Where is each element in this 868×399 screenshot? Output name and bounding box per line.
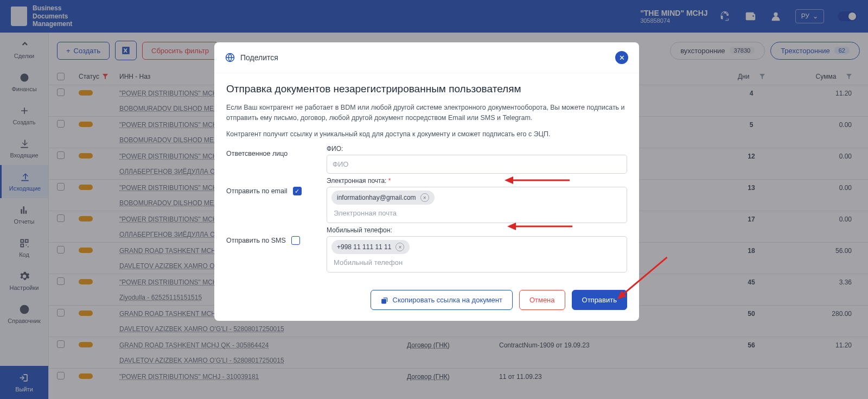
- cancel-button[interactable]: Отмена: [519, 290, 565, 310]
- phone-chip: +998 11 111 11 11×: [331, 240, 410, 254]
- phone-label: Мобильный телефон:: [327, 226, 627, 234]
- copy-icon: [381, 296, 388, 304]
- modal-desc-2: Контрагент получит ссылку и уникальный к…: [226, 129, 627, 140]
- modal-title: Поделится: [240, 53, 278, 62]
- fio-label: ФИО:: [327, 145, 627, 153]
- send-sms-checkbox[interactable]: [291, 236, 300, 245]
- remove-chip-icon[interactable]: ×: [395, 243, 404, 251]
- remove-chip-icon[interactable]: ×: [420, 193, 429, 202]
- email-label: Электронная почта:: [327, 177, 386, 185]
- phone-chipbox[interactable]: +998 11 111 11 11×: [327, 236, 627, 273]
- email-chip: informationhay@gmail.com×: [331, 191, 435, 205]
- copy-link-button[interactable]: Скопировать ссылка на документ: [371, 290, 513, 310]
- close-button[interactable]: ✕: [615, 51, 628, 64]
- send-email-checkbox[interactable]: [293, 187, 302, 195]
- globe-icon: [225, 53, 235, 62]
- modal-desc-1: Если Ваш контрагент не работает в BDM ил…: [226, 103, 627, 124]
- phone-input[interactable]: [331, 254, 622, 269]
- send-sms-row: Отправить по SMS: [226, 226, 327, 245]
- modal-heading: Отправка документов незарегистрированным…: [226, 83, 627, 95]
- share-modal: Поделится ✕ Отправка документов незареги…: [214, 42, 639, 321]
- fio-input[interactable]: [327, 155, 627, 174]
- send-button[interactable]: Отправить: [572, 290, 627, 310]
- email-input[interactable]: [331, 205, 622, 219]
- send-email-row: Отправить по email: [226, 177, 327, 195]
- responsible-label: Ответсвенное лицо: [226, 145, 327, 157]
- email-chipbox[interactable]: informationhay@gmail.com×: [327, 187, 627, 223]
